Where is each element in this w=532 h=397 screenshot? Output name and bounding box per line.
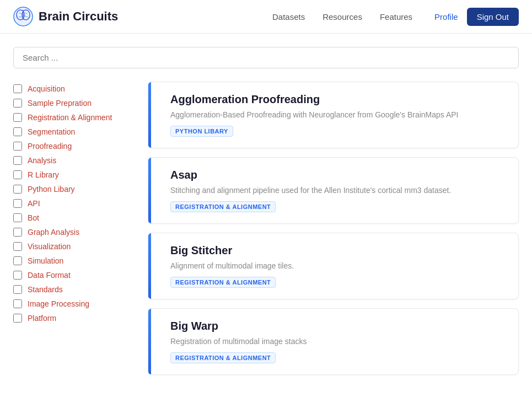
filter-checkbox-registration[interactable] [13, 113, 22, 122]
card-2: Big Stitcher Alignment of multimodal ima… [148, 233, 519, 299]
filter-item-platform[interactable]: Platform [13, 311, 135, 325]
filter-checkbox-analysis[interactable] [13, 156, 22, 165]
filter-checkbox-image-processing[interactable] [13, 299, 22, 308]
filter-label-data-format: Data Format [28, 271, 71, 280]
filter-label-visualization: Visualization [28, 242, 71, 251]
filter-label-analysis: Analysis [28, 156, 56, 165]
filter-label-python-library: Python Libary [28, 185, 75, 194]
filter-checkbox-python-library[interactable] [13, 185, 22, 194]
card-tag[interactable]: PYTHON LIBARY [170, 126, 233, 137]
card-accent [148, 233, 151, 299]
filter-label-segmentation: Segmentation [28, 127, 75, 136]
filter-checkbox-bot[interactable] [13, 213, 22, 222]
filter-item-data-format[interactable]: Data Format [13, 268, 135, 282]
card-description: Agglomeration-Based Proofreading with Ne… [170, 110, 505, 119]
filter-item-registration[interactable]: Registration & Alignment [13, 110, 135, 125]
filter-checkbox-platform[interactable] [13, 314, 22, 323]
filter-item-analysis[interactable]: Analysis [13, 153, 135, 168]
filter-item-r-library[interactable]: R Library [13, 168, 135, 182]
filter-label-proofreading: Proofreading [28, 142, 72, 151]
logo-area: Brain Circuits [13, 7, 118, 26]
filter-checkbox-proofreading[interactable] [13, 142, 22, 151]
nav-features[interactable]: Features [380, 12, 412, 22]
main-nav: Datasets Resources Features [272, 12, 412, 22]
card-description: Alignment of multimodal image tiles. [170, 261, 505, 270]
filter-label-bot: Bot [28, 213, 39, 222]
filter-checkbox-api[interactable] [13, 199, 22, 208]
card-3: Big Warp Registration of multimodal imag… [148, 308, 519, 375]
filter-checkbox-data-format[interactable] [13, 271, 22, 280]
header-actions: Profile Sign Out [434, 8, 519, 26]
content-area: Acquisition Sample Prepration Registrati… [13, 82, 519, 375]
card-title: Big Warp [170, 320, 505, 332]
filter-label-acquisition: Acquisition [28, 84, 65, 93]
filter-checkbox-sample-prep[interactable] [13, 99, 22, 108]
filter-label-r-library: R Library [28, 170, 59, 179]
header: Brain Circuits Datasets Resources Featur… [0, 0, 532, 34]
card-tag[interactable]: REGISTRATION & ALIGNMENT [170, 352, 276, 363]
filter-item-sample-prep[interactable]: Sample Prepration [13, 96, 135, 110]
card-body: Big Stitcher Alignment of multimodal ima… [162, 244, 505, 288]
card-1: Asap Stitching and alignment pipeline us… [148, 157, 519, 224]
filter-label-standards: Standards [28, 285, 63, 294]
card-title: Asap [170, 169, 505, 181]
filter-checkbox-acquisition[interactable] [13, 84, 22, 93]
nav-datasets[interactable]: Datasets [272, 12, 305, 22]
cards-area: Agglomeration Proofreading Agglomeration… [148, 82, 519, 375]
filter-item-graph-analysis[interactable]: Graph Analysis [13, 225, 135, 239]
filter-item-bot[interactable]: Bot [13, 211, 135, 225]
filter-checkbox-standards[interactable] [13, 285, 22, 294]
sign-out-button[interactable]: Sign Out [467, 8, 519, 26]
filter-checkbox-simulation[interactable] [13, 256, 22, 265]
card-title: Big Stitcher [170, 244, 505, 257]
card-description: Registration of multimodal image stacks [170, 337, 505, 346]
main-content: Acquisition Sample Prepration Registrati… [0, 34, 532, 388]
card-body: Big Warp Registration of multimodal imag… [162, 320, 505, 363]
filter-label-platform: Platform [28, 314, 56, 323]
search-input[interactable] [13, 47, 519, 68]
filter-item-proofreading[interactable]: Proofreading [13, 139, 135, 153]
filter-item-visualization[interactable]: Visualization [13, 239, 135, 254]
filter-item-api[interactable]: API [13, 196, 135, 211]
profile-link[interactable]: Profile [434, 12, 458, 22]
filter-item-acquisition[interactable]: Acquisition [13, 82, 135, 96]
sidebar-filters: Acquisition Sample Prepration Registrati… [13, 82, 135, 375]
card-title: Agglomeration Proofreading [170, 93, 505, 106]
filter-checkbox-segmentation[interactable] [13, 127, 22, 136]
filter-item-python-library[interactable]: Python Libary [13, 182, 135, 196]
brain-icon [13, 7, 33, 26]
filter-item-image-processing[interactable]: Image Processing [13, 297, 135, 311]
filter-label-image-processing: Image Processing [28, 299, 89, 308]
nav-resources[interactable]: Resources [323, 12, 362, 22]
card-accent [148, 158, 151, 223]
card-body: Asap Stitching and alignment pipeline us… [162, 169, 505, 212]
card-accent [148, 82, 151, 148]
filter-label-sample-prep: Sample Prepration [28, 99, 92, 108]
filter-item-simulation[interactable]: Simulation [13, 254, 135, 268]
filter-item-segmentation[interactable]: Segmentation [13, 125, 135, 139]
card-description: Stitching and alignment pipeline used fo… [170, 186, 505, 195]
filter-item-standards[interactable]: Standards [13, 282, 135, 297]
card-accent [148, 309, 151, 374]
card-body: Agglomeration Proofreading Agglomeration… [162, 93, 505, 137]
filter-checkbox-visualization[interactable] [13, 242, 22, 251]
card-0: Agglomeration Proofreading Agglomeration… [148, 82, 519, 148]
filter-checkbox-r-library[interactable] [13, 170, 22, 179]
logo-text: Brain Circuits [39, 9, 118, 24]
filter-label-api: API [28, 199, 40, 208]
filter-label-registration: Registration & Alignment [28, 113, 112, 122]
card-tag[interactable]: REGISTRATION & ALIGNMENT [170, 201, 276, 212]
filter-label-graph-analysis: Graph Analysis [28, 228, 79, 237]
card-tag[interactable]: REGISTRATION & ALIGNMENT [170, 277, 276, 288]
filter-checkbox-graph-analysis[interactable] [13, 228, 22, 237]
filter-label-simulation: Simulation [28, 256, 63, 265]
